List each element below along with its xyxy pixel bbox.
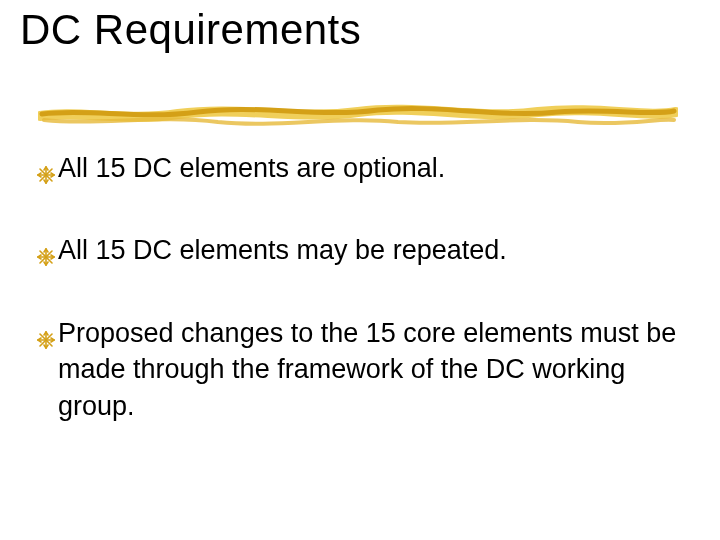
- list-item: Proposed changes to the 15 core elements…: [36, 315, 688, 424]
- slide-title: DC Requirements: [20, 6, 361, 54]
- list-item-text: All 15 DC elements may be repeated.: [58, 232, 688, 268]
- slide: DC Requirements: [0, 0, 720, 540]
- list-item: All 15 DC elements may be repeated.: [36, 232, 688, 268]
- snowflake-bullet-icon: [36, 240, 56, 260]
- list-item: All 15 DC elements are optional.: [36, 150, 688, 186]
- snowflake-bullet-icon: [36, 158, 56, 178]
- snowflake-bullet-icon: [36, 323, 56, 343]
- bullet-list: All 15 DC elements are optional.: [36, 150, 688, 470]
- list-item-text: All 15 DC elements are optional.: [58, 150, 688, 186]
- title-underline-brush: [38, 100, 678, 128]
- list-item-text: Proposed changes to the 15 core elements…: [58, 315, 688, 424]
